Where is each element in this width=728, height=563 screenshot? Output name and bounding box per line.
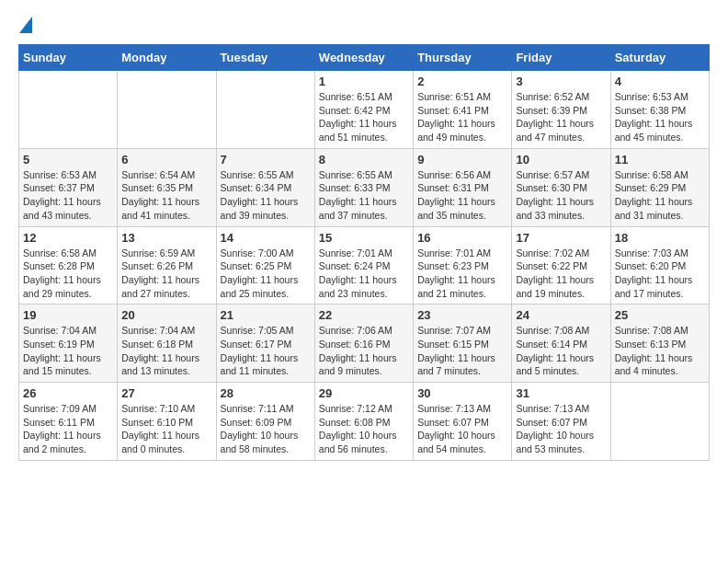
- day-info: Sunrise: 7:01 AM Sunset: 6:24 PM Dayligh…: [319, 247, 409, 301]
- calendar-cell: 23Sunrise: 7:07 AM Sunset: 6:15 PM Dayli…: [414, 304, 512, 383]
- calendar-cell: [610, 383, 709, 461]
- day-info: Sunrise: 7:04 AM Sunset: 6:18 PM Dayligh…: [121, 324, 211, 378]
- day-info: Sunrise: 7:05 AM Sunset: 6:17 PM Dayligh…: [221, 324, 311, 378]
- calendar-cell: [19, 71, 118, 149]
- calendar-cell: 11Sunrise: 6:58 AM Sunset: 6:29 PM Dayli…: [610, 148, 709, 226]
- day-number: 7: [221, 153, 311, 167]
- calendar-cell: 2Sunrise: 6:51 AM Sunset: 6:41 PM Daylig…: [414, 71, 512, 149]
- day-info: Sunrise: 6:55 AM Sunset: 6:33 PM Dayligh…: [319, 168, 409, 223]
- day-number: 1: [319, 75, 409, 88]
- calendar-cell: 25Sunrise: 7:08 AM Sunset: 6:13 PM Dayli…: [610, 304, 709, 383]
- logo-triangle-icon: [19, 17, 32, 33]
- day-info: Sunrise: 6:53 AM Sunset: 6:38 PM Dayligh…: [615, 90, 705, 144]
- day-info: Sunrise: 6:58 AM Sunset: 6:29 PM Dayligh…: [615, 168, 705, 223]
- calendar-week-1: 1Sunrise: 6:51 AM Sunset: 6:42 PM Daylig…: [19, 71, 710, 149]
- calendar-cell: 14Sunrise: 7:00 AM Sunset: 6:25 PM Dayli…: [216, 226, 314, 304]
- svg-marker-0: [19, 17, 32, 33]
- day-number: 13: [121, 231, 211, 245]
- calendar-cell: 16Sunrise: 7:01 AM Sunset: 6:23 PM Dayli…: [414, 226, 512, 304]
- day-info: Sunrise: 6:55 AM Sunset: 6:34 PM Dayligh…: [221, 168, 311, 223]
- calendar-cell: 26Sunrise: 7:09 AM Sunset: 6:11 PM Dayli…: [19, 383, 118, 461]
- day-number: 12: [23, 231, 113, 245]
- calendar-cell: 1Sunrise: 6:51 AM Sunset: 6:42 PM Daylig…: [314, 71, 413, 149]
- calendar-table: SundayMondayTuesdayWednesdayThursdayFrid…: [18, 44, 710, 461]
- day-info: Sunrise: 6:58 AM Sunset: 6:28 PM Dayligh…: [23, 247, 113, 301]
- day-info: Sunrise: 7:03 AM Sunset: 6:20 PM Dayligh…: [615, 247, 705, 301]
- calendar-week-2: 5Sunrise: 6:53 AM Sunset: 6:37 PM Daylig…: [19, 148, 710, 226]
- day-number: 29: [319, 386, 409, 400]
- day-number: 31: [516, 386, 606, 400]
- day-info: Sunrise: 7:04 AM Sunset: 6:19 PM Dayligh…: [23, 324, 113, 378]
- day-number: 17: [516, 231, 606, 245]
- calendar-cell: 12Sunrise: 6:58 AM Sunset: 6:28 PM Dayli…: [19, 226, 118, 304]
- day-number: 27: [121, 386, 211, 400]
- calendar-cell: 8Sunrise: 6:55 AM Sunset: 6:33 PM Daylig…: [314, 148, 413, 226]
- calendar-week-4: 19Sunrise: 7:04 AM Sunset: 6:19 PM Dayli…: [19, 304, 710, 383]
- calendar-cell: 22Sunrise: 7:06 AM Sunset: 6:16 PM Dayli…: [314, 304, 413, 383]
- day-info: Sunrise: 7:06 AM Sunset: 6:16 PM Dayligh…: [319, 324, 409, 378]
- day-number: 6: [121, 153, 211, 167]
- calendar-cell: 15Sunrise: 7:01 AM Sunset: 6:24 PM Dayli…: [314, 226, 413, 304]
- weekday-header-wednesday: Wednesday: [314, 45, 413, 71]
- weekday-header-friday: Friday: [512, 45, 610, 71]
- day-info: Sunrise: 6:51 AM Sunset: 6:41 PM Dayligh…: [417, 90, 507, 144]
- day-number: 21: [221, 308, 311, 322]
- calendar-cell: 31Sunrise: 7:13 AM Sunset: 6:07 PM Dayli…: [512, 383, 610, 461]
- day-number: 2: [417, 75, 507, 88]
- weekday-header-monday: Monday: [118, 45, 216, 71]
- day-number: 26: [23, 386, 113, 400]
- day-info: Sunrise: 6:57 AM Sunset: 6:30 PM Dayligh…: [516, 168, 606, 223]
- calendar-cell: 28Sunrise: 7:11 AM Sunset: 6:09 PM Dayli…: [216, 383, 314, 461]
- day-info: Sunrise: 7:11 AM Sunset: 6:09 PM Dayligh…: [221, 402, 311, 456]
- day-info: Sunrise: 7:08 AM Sunset: 6:14 PM Dayligh…: [516, 324, 606, 378]
- day-number: 9: [417, 153, 507, 167]
- day-number: 16: [417, 231, 507, 245]
- day-number: 30: [417, 386, 507, 400]
- day-number: 5: [23, 153, 113, 167]
- day-info: Sunrise: 7:13 AM Sunset: 6:07 PM Dayligh…: [516, 402, 606, 456]
- calendar-cell: [216, 71, 314, 149]
- calendar-cell: 9Sunrise: 6:56 AM Sunset: 6:31 PM Daylig…: [414, 148, 512, 226]
- day-number: 28: [221, 386, 311, 400]
- calendar-cell: 29Sunrise: 7:12 AM Sunset: 6:08 PM Dayli…: [314, 383, 413, 461]
- calendar-cell: 21Sunrise: 7:05 AM Sunset: 6:17 PM Dayli…: [216, 304, 314, 383]
- calendar-cell: 3Sunrise: 6:52 AM Sunset: 6:39 PM Daylig…: [512, 71, 610, 149]
- day-number: 10: [516, 153, 606, 167]
- day-number: 20: [121, 308, 211, 322]
- day-info: Sunrise: 7:00 AM Sunset: 6:25 PM Dayligh…: [221, 247, 311, 301]
- day-info: Sunrise: 6:54 AM Sunset: 6:35 PM Dayligh…: [121, 168, 211, 223]
- calendar-week-5: 26Sunrise: 7:09 AM Sunset: 6:11 PM Dayli…: [19, 383, 710, 461]
- weekday-header-row: SundayMondayTuesdayWednesdayThursdayFrid…: [19, 45, 710, 71]
- weekday-header-tuesday: Tuesday: [216, 45, 314, 71]
- logo: [18, 18, 32, 29]
- weekday-header-thursday: Thursday: [414, 45, 512, 71]
- calendar-cell: 7Sunrise: 6:55 AM Sunset: 6:34 PM Daylig…: [216, 148, 314, 226]
- calendar-cell: [118, 71, 216, 149]
- day-number: 23: [417, 308, 507, 322]
- day-info: Sunrise: 6:53 AM Sunset: 6:37 PM Dayligh…: [23, 168, 113, 223]
- weekday-header-sunday: Sunday: [19, 45, 118, 71]
- weekday-header-saturday: Saturday: [610, 45, 709, 71]
- calendar-cell: 10Sunrise: 6:57 AM Sunset: 6:30 PM Dayli…: [512, 148, 610, 226]
- day-number: 4: [615, 75, 705, 88]
- day-number: 14: [221, 231, 311, 245]
- calendar-cell: 13Sunrise: 6:59 AM Sunset: 6:26 PM Dayli…: [118, 226, 216, 304]
- calendar-cell: 6Sunrise: 6:54 AM Sunset: 6:35 PM Daylig…: [118, 148, 216, 226]
- calendar-cell: 17Sunrise: 7:02 AM Sunset: 6:22 PM Dayli…: [512, 226, 610, 304]
- day-info: Sunrise: 6:56 AM Sunset: 6:31 PM Dayligh…: [417, 168, 507, 223]
- day-number: 18: [615, 231, 705, 245]
- day-number: 25: [615, 308, 705, 322]
- calendar-header: SundayMondayTuesdayWednesdayThursdayFrid…: [19, 45, 710, 71]
- day-info: Sunrise: 6:51 AM Sunset: 6:42 PM Dayligh…: [319, 90, 409, 144]
- calendar-cell: 18Sunrise: 7:03 AM Sunset: 6:20 PM Dayli…: [610, 226, 709, 304]
- day-info: Sunrise: 7:13 AM Sunset: 6:07 PM Dayligh…: [417, 402, 507, 456]
- day-info: Sunrise: 6:59 AM Sunset: 6:26 PM Dayligh…: [121, 247, 211, 301]
- day-info: Sunrise: 6:52 AM Sunset: 6:39 PM Dayligh…: [516, 90, 606, 144]
- calendar-cell: 27Sunrise: 7:10 AM Sunset: 6:10 PM Dayli…: [118, 383, 216, 461]
- day-info: Sunrise: 7:09 AM Sunset: 6:11 PM Dayligh…: [23, 402, 113, 456]
- day-number: 3: [516, 75, 606, 88]
- calendar-week-3: 12Sunrise: 6:58 AM Sunset: 6:28 PM Dayli…: [19, 226, 710, 304]
- day-info: Sunrise: 7:10 AM Sunset: 6:10 PM Dayligh…: [121, 402, 211, 456]
- day-info: Sunrise: 7:07 AM Sunset: 6:15 PM Dayligh…: [417, 324, 507, 378]
- calendar-cell: 19Sunrise: 7:04 AM Sunset: 6:19 PM Dayli…: [19, 304, 118, 383]
